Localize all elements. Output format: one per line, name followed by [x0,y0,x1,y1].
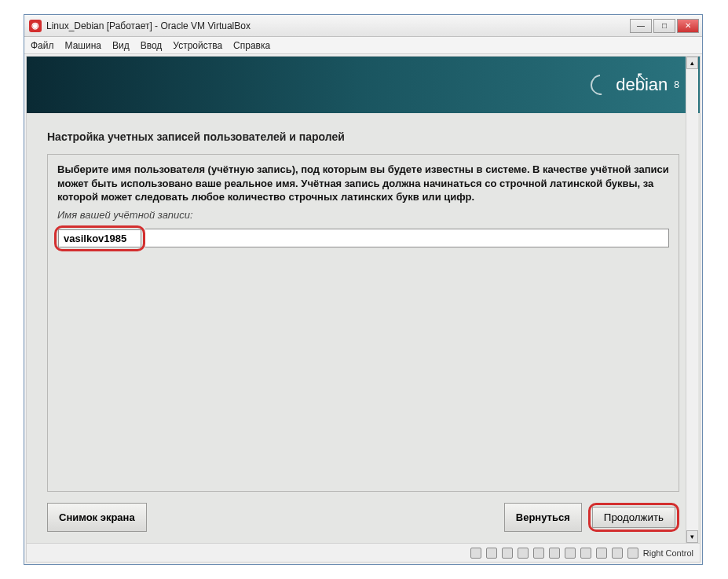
scroll-up-arrow-icon[interactable]: ▴ [686,57,698,69]
spacer [153,503,498,532]
statusbar: Right Control [27,543,700,562]
network-icon[interactable] [518,548,529,559]
continue-button[interactable]: Продолжить [592,507,675,528]
description-text: Выберите имя пользователя (учётную запис… [57,163,669,204]
menu-machine[interactable]: Машина [65,40,101,51]
highlight-username [54,225,145,251]
scroll-track[interactable] [686,69,698,530]
maximize-button[interactable]: □ [653,19,675,33]
window-controls: — □ ✕ [630,19,699,33]
usb-icon[interactable] [533,548,544,559]
username-label: Имя вашей учётной записи: [57,209,669,221]
menu-file[interactable]: Файл [31,40,54,51]
menubar: Файл Машина Вид Ввод Устройства Справка [24,37,702,54]
debian-logo: debian8 [591,75,679,95]
hdd-icon[interactable] [470,548,481,559]
scroll-down-arrow-icon[interactable]: ▾ [686,530,698,543]
username-input-extension[interactable] [145,229,669,247]
section-title: Настройка учетных записей пользователей … [47,130,679,143]
mouse-integration-icon[interactable] [612,548,623,559]
menu-input[interactable]: Ввод [141,40,163,51]
menu-devices[interactable]: Устройства [173,40,222,51]
debian-swirl-icon [587,71,616,100]
back-button[interactable]: Вернуться [504,503,582,532]
menu-help[interactable]: Справка [233,40,270,51]
installer-body: Настройка учетных записей пользователей … [27,113,700,543]
username-row [57,225,669,251]
shared-folders-icon[interactable] [549,548,560,559]
virtualbox-icon: ◉ [29,20,42,32]
keyboard-icon[interactable] [627,548,638,559]
minimize-button[interactable]: — [630,19,652,33]
cpu-icon[interactable] [596,548,607,559]
recording-icon[interactable] [580,548,591,559]
host-key-label: Right Control [643,548,693,558]
window-title: Linux_Debian [Работает] - Oracle VM Virt… [46,20,630,31]
titlebar: ◉ Linux_Debian [Работает] - Oracle VM Vi… [24,15,702,37]
menu-view[interactable]: Вид [112,40,130,51]
button-row: Снимок экрана Вернуться Продолжить [47,503,679,532]
username-input[interactable] [58,229,141,247]
vertical-scrollbar[interactable]: ▴ ▾ [686,57,698,543]
screenshot-button[interactable]: Снимок экрана [47,503,147,532]
mouse-cursor-icon: ↖ [636,69,646,84]
debian-version: 8 [674,79,679,90]
virtualbox-window: ◉ Linux_Debian [Работает] - Oracle VM Vi… [24,14,703,565]
highlight-continue: Продолжить [588,503,679,532]
display-icon[interactable] [565,548,576,559]
installer-header: ↖ debian8 [27,57,700,113]
optical-icon[interactable] [486,548,497,559]
close-button[interactable]: ✕ [677,19,699,33]
content-box: Выберите имя пользователя (учётную запис… [47,154,679,492]
audio-icon[interactable] [502,548,513,559]
vm-display: ↖ debian8 Настройка учетных записей поль… [26,56,701,563]
